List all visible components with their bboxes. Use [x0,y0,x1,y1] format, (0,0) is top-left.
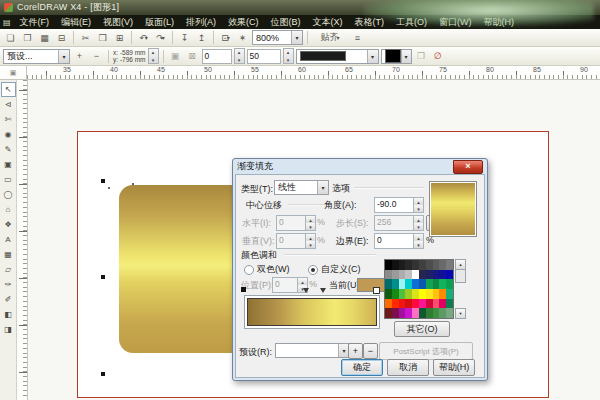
palette-color[interactable] [399,270,406,280]
palette-color[interactable] [399,260,406,270]
palette-color[interactable] [385,308,392,318]
two-color-radio[interactable]: 双色(W) [244,263,290,276]
copy-fill-icon[interactable]: ❐ [414,49,429,64]
palette-color[interactable] [412,270,419,280]
palette-color[interactable] [392,279,399,289]
basic-shapes-tool-icon[interactable]: ❖ [1,217,16,232]
gradient-mid-stop-marker[interactable] [303,288,309,293]
gradient-mid-stop-marker[interactable] [320,288,326,293]
gradient-strip[interactable] [247,298,377,326]
palette-color[interactable] [412,260,419,270]
palette-color[interactable] [392,270,399,280]
print-icon[interactable]: ⊟ [54,30,69,45]
menu-item[interactable]: 帮助(H) [478,15,521,30]
palette-color[interactable] [419,270,426,280]
type-select[interactable]: 线性 [274,180,329,195]
palette-color[interactable] [433,308,440,318]
palette-color[interactable] [439,279,446,289]
palette-color[interactable] [426,260,433,270]
selection-handle[interactable] [101,275,105,279]
palette-color[interactable] [392,260,399,270]
close-icon[interactable] [453,160,483,174]
palette-color[interactable] [439,289,446,299]
selection-handle[interactable] [101,179,105,183]
palette-color[interactable] [405,270,412,280]
polygon-tool-icon[interactable]: ⌂ [1,202,16,217]
others-button[interactable]: 其它(O) [394,321,450,337]
palette-scroll-down-icon[interactable] [455,308,466,319]
interactive-fill-tool-icon[interactable]: ◨ [1,322,16,337]
palette-color[interactable] [446,279,453,289]
palette-color[interactable] [439,299,446,309]
zoom-tool-icon[interactable]: ◉ [1,127,16,142]
palette-color[interactable] [399,279,406,289]
y-position-value[interactable]: -796 mm [120,56,146,63]
palette-color[interactable] [426,308,433,318]
presets-select[interactable] [275,343,350,358]
open-icon[interactable]: ❐ [20,30,35,45]
palette-color[interactable] [385,260,392,270]
ok-button[interactable]: 确定 [341,359,383,376]
palette-color[interactable] [433,289,440,299]
menu-item[interactable]: 文件(F) [14,15,56,30]
palette-color[interactable] [433,260,440,270]
position-spinner[interactable] [148,48,159,64]
palette-color[interactable] [433,299,440,309]
palette-color[interactable] [439,260,446,270]
palette-color[interactable] [446,308,453,318]
help-button[interactable]: 帮助(H) [433,359,475,376]
menu-item[interactable]: 版面(L) [139,15,180,30]
palette-color[interactable] [385,279,392,289]
palette-color[interactable] [399,289,406,299]
options-icon[interactable]: ≡ [350,30,365,45]
palette-color[interactable] [419,289,426,299]
palette-color[interactable] [446,270,453,280]
palette-color[interactable] [446,260,453,270]
ellipse-tool-icon[interactable]: ◯ [1,187,16,202]
fill-angle-field[interactable]: 50 [247,49,281,64]
custom-radio[interactable]: 自定义(C) [308,263,361,276]
angle-field[interactable]: -90.0 [374,197,424,213]
blend-tool-icon[interactable]: ▱ [1,262,16,277]
palette-scroll-thumb[interactable] [455,269,466,283]
palette-color[interactable] [419,260,426,270]
palette-color[interactable] [385,270,392,280]
table-tool-icon[interactable]: ▦ [1,247,16,262]
menu-item[interactable]: 编辑(E) [55,15,97,30]
fill-tool-icon[interactable]: ◧ [1,307,16,322]
palette-color[interactable] [433,279,440,289]
menu-item[interactable]: 表格(T) [349,15,391,30]
fill-midpoint-field[interactable]: 0 [202,49,232,64]
snap-to-button[interactable]: 贴齐▾ [312,30,348,45]
selection-handle[interactable] [101,372,105,376]
copy-icon[interactable]: ❒ [95,30,110,45]
angle-spinner[interactable] [283,48,294,64]
palette-color[interactable] [405,308,412,318]
menu-item[interactable]: 窗口(W) [433,15,478,30]
midpoint-spinner[interactable] [234,48,245,64]
shape-tool-icon[interactable]: ⊲ [1,97,16,112]
palette-color[interactable] [433,270,440,280]
palette-color[interactable] [412,308,419,318]
palette-color[interactable] [419,279,426,289]
add-preset-button[interactable] [348,343,363,359]
palette-color[interactable] [405,279,412,289]
palette-color[interactable] [426,299,433,309]
dialog-title-bar[interactable]: 渐变填充 [235,159,485,174]
palette-color[interactable] [426,289,433,299]
preset-select[interactable]: 预设... [3,49,70,64]
palette-color[interactable] [412,299,419,309]
menu-item[interactable]: 排列(A) [180,15,222,30]
zoom-level-select[interactable]: 800% [252,30,303,45]
cancel-button[interactable]: 取消 [387,359,429,376]
eyedropper-tool-icon[interactable]: ✑ [1,277,16,292]
palette-color[interactable] [392,289,399,299]
app-launcher-icon[interactable]: ⊡▾ [218,30,233,45]
palette-color[interactable] [446,299,453,309]
outline-pen-tool-icon[interactable]: ✐ [1,292,16,307]
palette-color[interactable] [412,289,419,299]
palette-color[interactable] [426,279,433,289]
cut-icon[interactable]: ✂ [78,30,93,45]
palette-color[interactable] [399,308,406,318]
edge-pad-field[interactable]: 0 [374,233,424,249]
